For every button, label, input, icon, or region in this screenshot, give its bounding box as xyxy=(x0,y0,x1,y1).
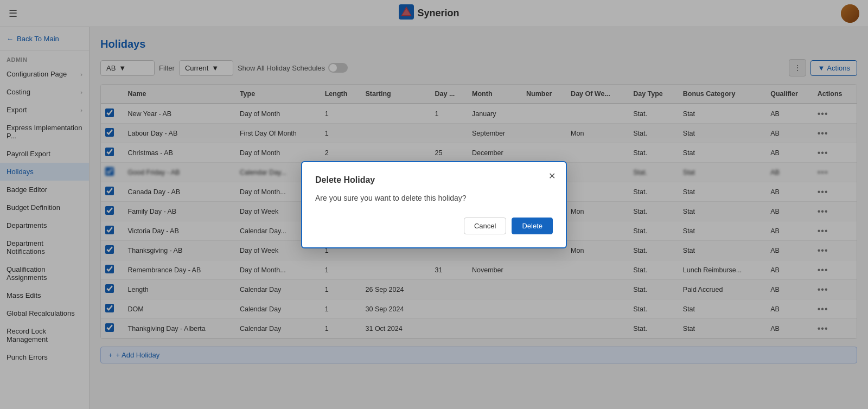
delete-holiday-modal: Delete Holiday ✕ Are you sure you want t… xyxy=(301,161,567,248)
modal-close-button[interactable]: ✕ xyxy=(545,170,558,183)
modal-actions: Cancel Delete xyxy=(315,218,553,234)
modal-message: Are you sure you want to delete this hol… xyxy=(315,194,553,202)
delete-button[interactable]: Delete xyxy=(512,218,553,234)
modal-title: Delete Holiday xyxy=(315,175,553,185)
cancel-button[interactable]: Cancel xyxy=(464,218,506,234)
modal-overlay[interactable]: Delete Holiday ✕ Are you sure you want t… xyxy=(0,0,868,409)
